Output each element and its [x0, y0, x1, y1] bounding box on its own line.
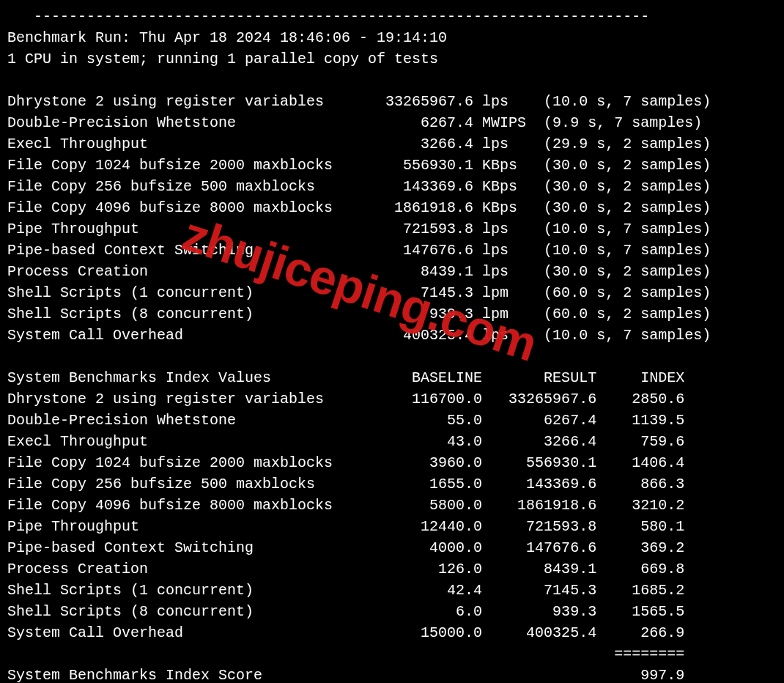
divider-line: ----------------------------------------… [7, 8, 649, 25]
test-results-block: Dhrystone 2 using register variables 332… [7, 93, 711, 344]
index-block: System Benchmarks Index Values BASELINE … [7, 369, 684, 641]
cpu-info-line: 1 CPU in system; running 1 parallel copy… [7, 51, 438, 67]
benchmark-run-line: Benchmark Run: Thu Apr 18 2024 18:46:06 … [7, 29, 447, 46]
score-line: System Benchmarks Index Score 997.9 [7, 667, 684, 683]
score-divider: ======== [7, 646, 684, 662]
terminal-output: ----------------------------------------… [0, 0, 784, 683]
